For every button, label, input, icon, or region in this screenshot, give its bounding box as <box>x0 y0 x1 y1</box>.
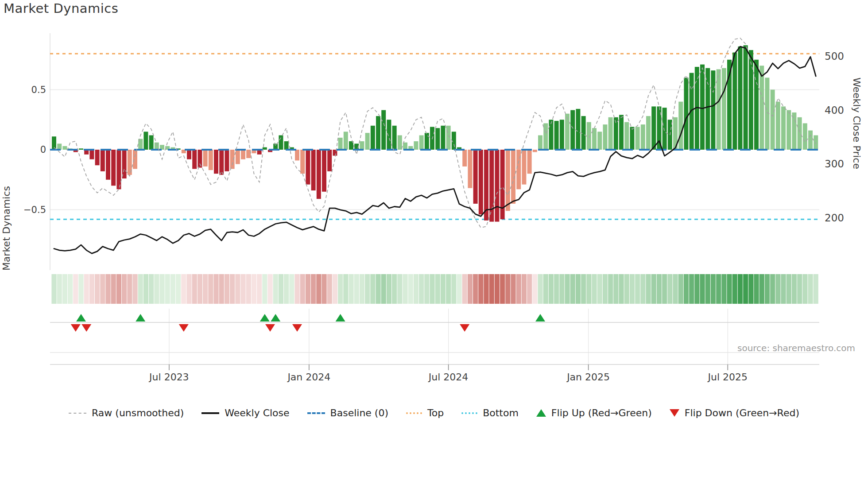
heatmap-cell <box>721 274 726 304</box>
flip-up-marker-icon <box>271 314 280 321</box>
heatmap-cell <box>208 274 213 304</box>
heatmap-cell <box>532 274 537 304</box>
oscillator-bar <box>381 110 386 150</box>
oscillator-bar <box>143 132 148 150</box>
oscillator-bar <box>803 123 807 150</box>
flip-down-marker-icon <box>71 324 81 332</box>
oscillator-bar <box>279 136 283 150</box>
left-axis-tick: 0 <box>40 144 46 155</box>
heatmap-cell <box>673 274 678 304</box>
oscillator-bar <box>500 150 505 219</box>
heatmap-cell <box>576 274 581 304</box>
heatmap-cell <box>111 274 116 304</box>
oscillator-bar <box>122 150 127 178</box>
heatmap-cell <box>651 274 656 304</box>
heatmap-cell <box>84 274 89 304</box>
heatmap-cell <box>603 274 608 304</box>
heatmap-cell <box>608 274 613 304</box>
oscillator-bar <box>538 136 542 150</box>
heatmap-cell <box>100 274 105 304</box>
oscillator-bar <box>101 150 105 171</box>
heatmap-cell <box>522 274 527 304</box>
heatmap-cell <box>435 274 440 304</box>
oscillator-bar <box>376 116 380 150</box>
heatmap-cell <box>516 274 521 304</box>
heatmap-cell <box>462 274 467 304</box>
oscillator-bar <box>365 133 370 150</box>
oscillator-bar <box>241 150 245 159</box>
raw-line-swatch-icon <box>69 413 86 414</box>
heatmap-cell <box>262 274 267 304</box>
oscillator-bar <box>570 110 575 150</box>
oscillator-bar <box>781 106 786 150</box>
heatmap-cell <box>527 274 532 304</box>
oscillator-bar <box>624 122 629 150</box>
oscillator-bar <box>473 150 478 204</box>
right-axis-tick: 400 <box>825 105 844 116</box>
heatmap-cell <box>586 274 591 304</box>
flip-up-marker-icon <box>136 314 145 321</box>
oscillator-bar <box>603 124 607 150</box>
heatmap-cell <box>289 274 294 304</box>
heatmap-cell <box>57 274 62 304</box>
heatmap-cell <box>294 274 299 304</box>
oscillator-bar <box>187 150 191 159</box>
oscillator-bar <box>533 150 537 152</box>
oscillator-bar <box>219 150 224 175</box>
flip-up-marker-icon <box>76 314 86 321</box>
heatmap-cell <box>230 274 235 304</box>
heatmap-cell <box>743 274 748 304</box>
x-axis-tick: Jul 2025 <box>707 372 748 383</box>
legend-item-bottom: Bottom <box>461 407 519 418</box>
legend-item-top: Top <box>406 407 444 418</box>
oscillator-bar <box>597 132 602 150</box>
heatmap-cell <box>354 274 359 304</box>
chart-legend: Raw (unsmoothed) Weekly Close Baseline (… <box>0 407 868 418</box>
oscillator-bar <box>489 150 494 222</box>
oscillator-bar <box>495 150 499 222</box>
right-axis-tick: 300 <box>825 158 844 170</box>
heatmap-cell <box>186 274 191 304</box>
heatmap-cell <box>138 274 143 304</box>
oscillator-bar <box>106 150 110 180</box>
oscillator-bar <box>732 53 737 150</box>
heatmap-cell <box>694 274 699 304</box>
oscillator-bar <box>787 110 791 150</box>
flip-down-marker-icon <box>81 324 91 332</box>
heatmap-cell <box>489 274 494 304</box>
oscillator-bar <box>441 126 445 150</box>
heatmap-cell <box>738 274 743 304</box>
oscillator-bar <box>608 117 613 150</box>
heatmap-cell <box>381 274 386 304</box>
heatmap-cell <box>252 274 256 304</box>
oscillator-bar <box>203 150 208 167</box>
oscillator-bar <box>636 127 640 150</box>
oscillator-bar <box>317 150 321 199</box>
oscillator-bar <box>214 150 218 174</box>
heatmap-cell <box>765 274 770 304</box>
oscillator-bar <box>722 68 726 150</box>
heatmap-cell <box>408 274 413 304</box>
flip-down-marker-icon <box>460 324 469 332</box>
heatmap-cell <box>51 274 56 304</box>
heatmap-cell <box>127 274 132 304</box>
heatmap-cell <box>246 274 251 304</box>
heatmap-cell <box>165 274 170 304</box>
x-axis-tick: Jan 2024 <box>287 372 330 383</box>
heatmap-cell <box>219 274 224 304</box>
heatmap-cell <box>732 274 737 304</box>
heatmap-cell <box>705 274 710 304</box>
heatmap-cell <box>457 274 461 304</box>
heatmap-cell <box>808 274 813 304</box>
oscillator-bar <box>327 150 332 171</box>
heatmap-cell <box>327 274 332 304</box>
heatmap-cell <box>754 274 759 304</box>
oscillator-bar <box>549 120 553 150</box>
right-axis-tick: 200 <box>825 212 844 224</box>
flip-down-marker-icon <box>292 324 302 332</box>
oscillator-bar <box>57 143 62 150</box>
oscillator-bar <box>700 65 705 150</box>
heatmap-cell <box>716 274 721 304</box>
oscillator-bar <box>392 126 397 150</box>
oscillator-bar <box>300 150 305 174</box>
